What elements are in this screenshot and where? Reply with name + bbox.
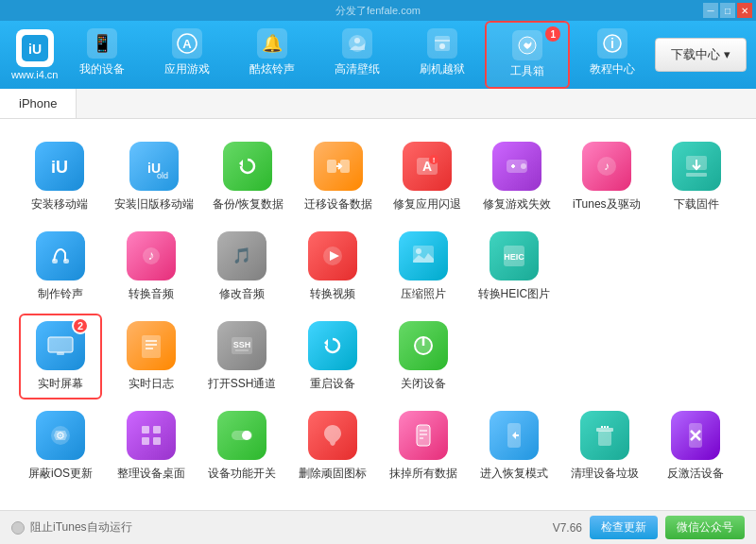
erase-label: 抹掉所有数据 <box>389 466 457 482</box>
tool-modify-audio[interactable]: 🎵 修改音频 <box>200 224 284 310</box>
ssh-icon: SSH <box>217 321 266 370</box>
convert-audio-icon: ♪ <box>127 231 176 280</box>
svg-rect-54 <box>153 426 161 434</box>
nav-label-my-device: 我的设备 <box>79 61 125 77</box>
nav-label-wallpapers: 高清壁纸 <box>335 61 380 77</box>
tool-clean-junk[interactable]: 清理设备垃圾 <box>563 403 646 489</box>
minimize-button[interactable]: ─ <box>703 3 718 18</box>
erase-icon <box>399 411 448 460</box>
tool-shutdown[interactable]: 关闭设备 <box>382 314 465 400</box>
convert-heic-label: 转换HEIC图片 <box>478 286 551 302</box>
fix-game-icon <box>492 142 541 191</box>
close-button[interactable]: ✕ <box>737 3 752 18</box>
nav-label-jailbreak: 刷机越狱 <box>420 61 465 77</box>
ringtone-label: 制作铃声 <box>38 286 83 302</box>
compress-photo-label: 压缩照片 <box>401 286 446 302</box>
tool-download-firmware[interactable]: 下载固件 <box>655 134 737 220</box>
svg-rect-30 <box>63 259 69 264</box>
tool-manage-desktop[interactable]: 整理设备桌面 <box>110 403 193 489</box>
tool-reboot[interactable]: 重启设备 <box>291 314 374 400</box>
tool-backup-restore[interactable]: 备份/恢复数据 <box>207 134 289 220</box>
svg-rect-64 <box>598 431 611 446</box>
tool-realtime-screen[interactable]: 2 实时屏幕 <box>19 314 102 400</box>
svg-marker-16 <box>239 160 243 167</box>
tool-convert-audio[interactable]: ♪ 转换音频 <box>110 224 193 310</box>
ringtone-icon <box>36 231 85 280</box>
toolbox-badge: 1 <box>545 26 560 42</box>
wechat-button[interactable]: 微信公众号 <box>665 516 745 539</box>
tool-fix-app-crash[interactable]: A ! 修复应用闪退 <box>387 134 469 220</box>
svg-rect-29 <box>52 259 58 264</box>
nav-item-my-device[interactable]: 📱 我的设备 <box>60 21 145 89</box>
tool-erase-data[interactable]: 抹掉所有数据 <box>382 403 465 489</box>
nav-item-wallpapers[interactable]: 高清壁纸 <box>315 21 400 89</box>
watermark: 分发了fenfale.com <box>335 4 421 18</box>
delete-icons-icon <box>308 411 357 460</box>
realtime-log-label: 实时日志 <box>129 376 174 392</box>
nav-item-ringtones[interactable]: 🔔 酷炫铃声 <box>230 21 315 89</box>
realtime-log-icon <box>127 321 176 370</box>
tool-install-app[interactable]: iU 安装移动端 <box>19 134 101 220</box>
my-device-icon: 📱 <box>87 28 117 59</box>
tool-install-old[interactable]: iUold 安装旧版移动端 <box>109 134 199 220</box>
svg-rect-65 <box>596 428 613 432</box>
tool-open-ssh[interactable]: SSH 打开SSH通道 <box>200 314 284 400</box>
backup-label: 备份/恢复数据 <box>213 196 284 212</box>
tool-hide-ios-update[interactable]: ⚙ 屏蔽iOS更新 <box>19 403 102 489</box>
status-text: 阻止iTunes自动运行 <box>30 519 132 536</box>
clean-label: 清理设备垃圾 <box>571 466 639 482</box>
tool-deactivate[interactable]: 反激活设备 <box>654 403 737 489</box>
manage-desktop-icon <box>127 411 176 460</box>
itunes-label: iTunes及驱动 <box>573 196 641 212</box>
tool-make-ringtone[interactable]: 制作铃声 <box>19 224 102 310</box>
svg-text:♪: ♪ <box>147 247 154 263</box>
migrate-icon <box>314 142 363 191</box>
install-old-icon: iUold <box>129 142 179 191</box>
modify-audio-icon: 🎵 <box>217 231 266 280</box>
nav-item-tutorials[interactable]: i 教程中心 <box>570 21 655 89</box>
logo-icon: iU <box>16 29 54 67</box>
check-update-button[interactable]: 检查更新 <box>590 516 658 539</box>
tools-row-3: 2 实时屏幕 实时日志 SSH <box>19 314 737 400</box>
tool-migrate-data[interactable]: 迁移设备数据 <box>297 134 379 220</box>
jailbreak-icon <box>427 28 457 59</box>
download-center-button[interactable]: 下载中心 ▾ <box>655 38 747 72</box>
status-indicator <box>11 521 25 535</box>
tool-fix-game[interactable]: 修复游戏失效 <box>476 134 558 220</box>
tool-recovery-mode[interactable]: 进入恢复模式 <box>472 403 556 489</box>
realtime-screen-label: 实时屏幕 <box>38 376 83 392</box>
modify-audio-label: 修改音频 <box>219 286 265 302</box>
svg-text:!: ! <box>433 156 436 164</box>
svg-text:i: i <box>610 36 614 51</box>
svg-point-8 <box>439 43 445 49</box>
nav-item-jailbreak[interactable]: 刷机越狱 <box>400 21 485 89</box>
tool-realtime-log[interactable]: 实时日志 <box>110 314 193 400</box>
tool-convert-heic[interactable]: HEIC 转换HEIC图片 <box>472 224 557 310</box>
fix-crash-icon: A ! <box>403 142 452 191</box>
nav-label-apps: 应用游戏 <box>164 61 210 77</box>
convert-video-label: 转换视频 <box>310 286 355 302</box>
svg-point-5 <box>354 38 360 43</box>
tool-convert-video[interactable]: 转换视频 <box>291 224 374 310</box>
reboot-label: 重启设备 <box>310 376 355 392</box>
tool-itunes-driver[interactable]: ♪ iTunes及驱动 <box>565 134 647 220</box>
maximize-button[interactable]: □ <box>720 3 735 18</box>
logo-url: www.i4.cn <box>11 69 59 80</box>
nav-item-apps-games[interactable]: A 应用游戏 <box>145 21 230 89</box>
tool-compress-photo[interactable]: 压缩照片 <box>382 224 465 310</box>
svg-text:⚙: ⚙ <box>56 430 65 441</box>
tab-iphone[interactable]: iPhone <box>0 89 77 118</box>
firmware-label: 下载固件 <box>674 196 719 212</box>
tool-delete-icons[interactable]: 删除顽固图标 <box>291 403 374 489</box>
svg-text:old: old <box>157 171 168 180</box>
realtime-screen-icon: 2 <box>36 321 85 370</box>
deactivate-label: 反激活设备 <box>667 466 724 482</box>
tool-device-toggle[interactable]: 设备功能开关 <box>200 403 284 489</box>
firmware-icon <box>672 142 721 191</box>
nav-item-toolbox[interactable]: 1 工具箱 <box>485 21 570 89</box>
deactivate-icon <box>671 411 720 460</box>
tutorials-icon: i <box>597 28 627 59</box>
nav-items: 📱 我的设备 A 应用游戏 🔔 酷炫铃声 高清壁纸 刷机越狱 <box>60 21 655 89</box>
svg-rect-28 <box>686 173 707 177</box>
tools-row-4: ⚙ 屏蔽iOS更新 整理设备桌面 <box>19 403 737 489</box>
